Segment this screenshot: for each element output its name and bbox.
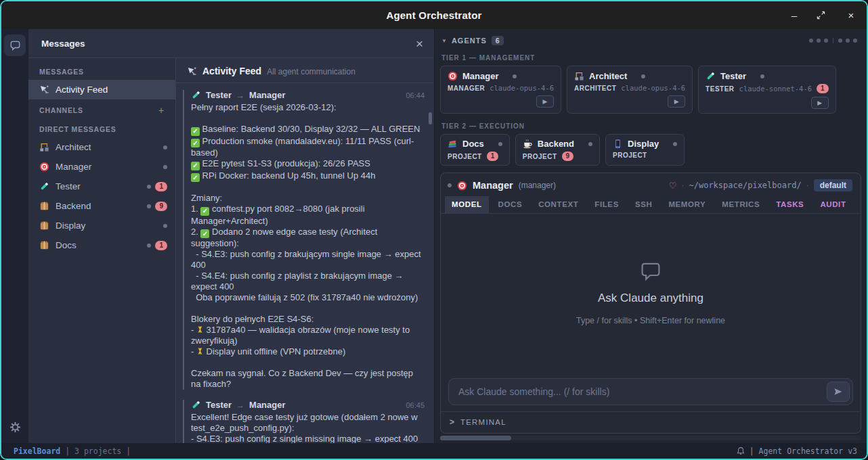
- tab-files[interactable]: FILES: [588, 196, 626, 213]
- status-dot: [641, 74, 645, 78]
- unread-badge: 1: [155, 182, 167, 191]
- chevron-down-icon[interactable]: ▼: [441, 38, 447, 44]
- tab-tasks[interactable]: TASKS: [769, 196, 810, 213]
- channels-label: CHANNELS: [39, 106, 83, 114]
- testtube-icon: [191, 90, 201, 100]
- empty-state-hint: Type / for skills • Shift+Enter for newl…: [576, 316, 725, 325]
- manager-tabs: MODELDOCSCONTEXTFILESSSHMEMORYMETRICSTAS…: [441, 196, 861, 214]
- manager-name: Manager: [473, 180, 513, 191]
- target-icon: [39, 162, 49, 172]
- status-dot: [760, 74, 764, 78]
- package-icon: [39, 201, 49, 211]
- agent-name: Tester: [720, 71, 746, 81]
- unread-badge: 1: [487, 152, 499, 161]
- play-button[interactable]: ▶: [536, 95, 554, 108]
- icon-rail: [1, 29, 28, 443]
- tab-metrics[interactable]: METRICS: [715, 196, 766, 213]
- agent-model: claude-sonnet-4-6: [739, 85, 812, 93]
- settings-button[interactable]: [4, 416, 26, 438]
- crane-icon: [39, 142, 49, 152]
- agent-role: PROJECT: [523, 153, 557, 160]
- messages-rail-button[interactable]: [4, 34, 26, 56]
- feed-subtitle: All agent communication: [267, 67, 355, 76]
- agent-card-tester[interactable]: TesterTESTERclaude-sonnet-4-61▶: [698, 66, 836, 114]
- tab-docs[interactable]: DOCS: [492, 196, 529, 213]
- workspace-path: ~/workspace/pixelboard/: [689, 181, 801, 190]
- play-button[interactable]: ▶: [811, 97, 829, 109]
- chat-input[interactable]: [448, 378, 853, 405]
- message-time: 06:44: [406, 91, 425, 99]
- agent-card-backend[interactable]: BackendPROJECT9: [515, 134, 600, 166]
- app-window: Agent Orchestrator – × Messag: [0, 0, 868, 460]
- expand-icon: [817, 11, 825, 20]
- message-to: Manager: [249, 90, 285, 100]
- dm-name: Manager: [56, 162, 91, 172]
- message-from: Tester: [206, 90, 232, 100]
- horizontal-scrollbar-thumb[interactable]: [440, 436, 511, 440]
- dm-item-backend[interactable]: Backend9: [28, 196, 175, 216]
- agent-role: MANAGER: [448, 85, 485, 92]
- heart-icon[interactable]: ♡: [669, 181, 677, 191]
- agent-card-manager[interactable]: ManagerMANAGERclaude-opus-4-6▶: [440, 66, 561, 114]
- feed-scroll-area[interactable]: Tester→Manager06:44Pełny raport E2E (ses…: [176, 83, 434, 443]
- check-icon: ✓: [191, 162, 200, 170]
- statusbar-projects[interactable]: 3 projects: [74, 446, 121, 456]
- terminal-toggle[interactable]: > TERMINAL: [441, 411, 861, 433]
- message-body: Excellent! Edge case testy już gotowe (d…: [191, 412, 425, 443]
- maximize-button[interactable]: [817, 11, 829, 20]
- gear-icon: [9, 421, 21, 433]
- app-content: Messages × MESSAGES Activity Feed CHANNE…: [1, 29, 867, 443]
- titlebar: Agent Orchestrator – ×: [1, 1, 867, 29]
- dm-item-manager[interactable]: Manager: [28, 157, 175, 177]
- list-item-activity-feed[interactable]: Activity Feed: [28, 80, 175, 99]
- testtube-icon: [191, 400, 201, 410]
- agent-card-display[interactable]: DisplayPROJECT: [605, 134, 685, 166]
- tab-model[interactable]: MODEL: [445, 196, 489, 213]
- play-button[interactable]: ▶: [668, 95, 685, 108]
- channels-section: CHANNELS +: [28, 99, 175, 120]
- check-icon: ✓: [200, 207, 209, 216]
- close-messages-button[interactable]: ×: [416, 37, 423, 50]
- messages-section-label: MESSAGES: [28, 62, 175, 80]
- agents-header: ▼ AGENTS 6: [440, 34, 861, 51]
- agent-model: claude-opus-4-6: [621, 84, 685, 92]
- add-channel-button[interactable]: +: [158, 105, 165, 116]
- presence-dot: [163, 224, 167, 228]
- statusbar-version: Agent Orchestrator v3: [759, 446, 857, 456]
- horizontal-scrollbar[interactable]: [440, 436, 861, 440]
- tab-memory[interactable]: MEMORY: [661, 196, 712, 213]
- feed-scrollbar[interactable]: [429, 112, 432, 124]
- message-from: Tester: [206, 400, 232, 410]
- dm-item-architect[interactable]: Architect: [28, 137, 175, 157]
- status-dot: [513, 74, 517, 78]
- minimize-button[interactable]: –: [788, 9, 800, 21]
- bell-icon[interactable]: [737, 446, 745, 455]
- presence-dot: [448, 183, 452, 187]
- dm-name: Architect: [56, 142, 91, 152]
- dm-item-docs[interactable]: Docs1: [28, 235, 175, 255]
- presence-dot: [163, 145, 167, 150]
- send-button[interactable]: [827, 382, 850, 402]
- tab-audit[interactable]: AUDIT: [813, 196, 852, 213]
- messages-panel-header: Messages ×: [28, 29, 434, 58]
- status-dot: [498, 142, 502, 146]
- agent-card-architect[interactable]: ArchitectARCHITECTclaude-opus-4-6▶: [567, 66, 693, 114]
- window-title: Agent Orchestrator: [1, 9, 867, 21]
- dm-name: Display: [56, 221, 85, 231]
- send-icon: [833, 388, 843, 396]
- statusbar-app-name[interactable]: PixelBoard: [14, 446, 60, 456]
- close-window-button[interactable]: ×: [845, 9, 857, 21]
- tab-ssh[interactable]: SSH: [628, 196, 659, 213]
- dm-item-tester[interactable]: Tester1: [28, 177, 175, 196]
- agents-header-dots: [809, 38, 860, 43]
- hourglass-icon: [196, 325, 204, 334]
- agent-card-docs[interactable]: DocsPROJECT1: [440, 134, 510, 166]
- tab-context[interactable]: CONTEXT: [531, 196, 585, 213]
- activity-feed: Activity Feed All agent communication Te…: [176, 58, 434, 443]
- unread-badge: 1: [155, 241, 167, 250]
- presence-dot: [147, 244, 151, 248]
- dm-item-display[interactable]: Display: [28, 216, 175, 235]
- agent-role: PROJECT: [613, 152, 647, 159]
- profile-badge[interactable]: default: [814, 179, 852, 191]
- feed-message: Tester→Manager06:45Excellent! Edge case …: [183, 400, 425, 443]
